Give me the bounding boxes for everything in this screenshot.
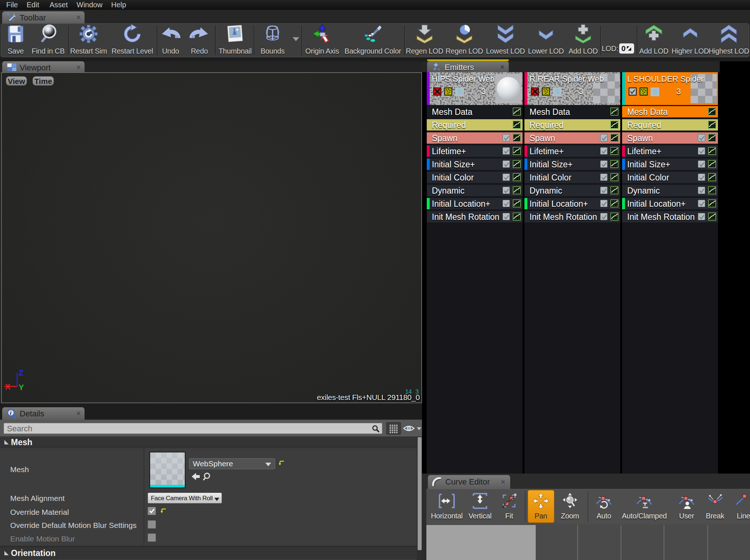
svg-text:Z: Z: [19, 368, 23, 377]
svg-text:Y: Y: [19, 383, 24, 392]
svg-text:X: X: [5, 382, 11, 391]
